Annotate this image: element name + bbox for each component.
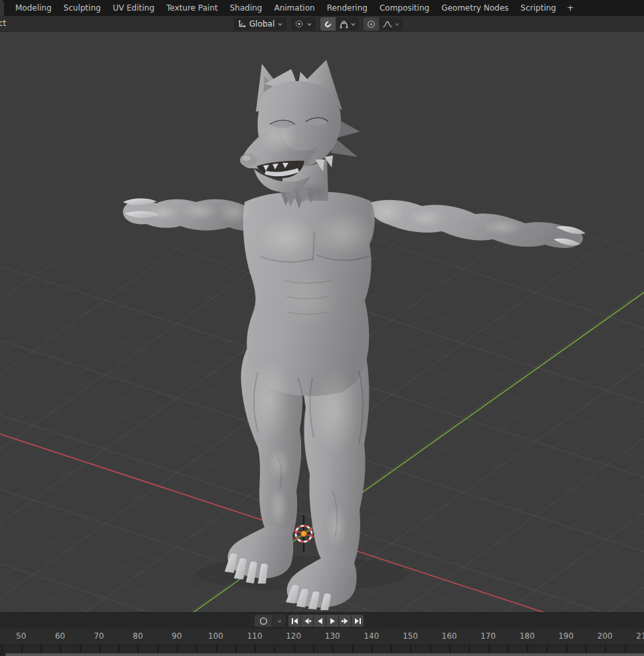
frame-tick [430, 645, 431, 653]
timeline-editor: 5060708090100110120130140150160170180190… [0, 612, 644, 656]
blender-window: { "topbar": { "tabs": ["Modeling", "Scul… [0, 0, 644, 656]
anthro-wolf-character-mesh[interactable] [123, 60, 586, 610]
frame-tick [625, 645, 626, 653]
frame-tick [605, 645, 606, 653]
autokey-settings-dropdown[interactable] [272, 615, 286, 627]
play-icon [328, 617, 337, 625]
workspace-tab-sculpting[interactable]: Sculpting [58, 0, 107, 16]
workspace-tab-modeling[interactable]: Modeling [9, 0, 58, 16]
timeline-ruler[interactable]: 5060708090100110120130140150160170180190… [0, 629, 644, 645]
frame-tick [158, 645, 159, 653]
jump-to-start-button[interactable] [288, 615, 300, 627]
frame-label: 100 [208, 631, 223, 641]
frame-tick [352, 645, 354, 653]
3d-viewport[interactable] [0, 32, 644, 612]
frame-tick [391, 645, 392, 653]
playback-controls [255, 615, 364, 627]
snap-controls [320, 17, 359, 31]
select-menu-clipped[interactable]: ct [0, 16, 6, 31]
frame-label: 90 [171, 631, 181, 641]
frame-tick [255, 645, 256, 653]
chevron-down-icon [306, 21, 312, 27]
frame-tick [469, 645, 470, 653]
transform-orientation-icon [237, 19, 247, 29]
pivot-point-dropdown[interactable] [291, 17, 316, 31]
workspace-tab-texture-paint[interactable]: Texture Paint [160, 0, 223, 16]
proportional-falloff-dropdown[interactable] [379, 17, 403, 31]
play-reverse-icon [316, 617, 324, 625]
frame-tick [138, 645, 139, 653]
frame-tick [41, 645, 42, 653]
proportional-edit-controls [364, 17, 403, 31]
falloff-curve-icon [382, 19, 393, 29]
frame-label: 150 [403, 631, 418, 641]
frame-tick [508, 645, 509, 653]
timeline-tick-strip[interactable] [0, 645, 644, 653]
workspace-tab-scripting[interactable]: Scripting [514, 0, 562, 16]
workspace-tab-uv-editing[interactable]: UV Editing [107, 0, 161, 16]
frame-tick [177, 645, 178, 653]
frame-label: 120 [286, 631, 301, 641]
auto-keyframe-toggle[interactable] [255, 615, 272, 627]
transport-buttons [288, 615, 364, 627]
frame-label: 110 [247, 631, 263, 641]
frame-tick [586, 645, 587, 653]
jump-to-start-icon [290, 617, 299, 625]
object-origin-dot[interactable] [301, 531, 306, 536]
frame-label: 160 [442, 631, 457, 641]
jump-to-end-button[interactable] [352, 615, 364, 627]
proportional-editing-icon [366, 19, 376, 29]
frame-label: 190 [558, 631, 574, 641]
frame-tick [566, 645, 568, 653]
workspace-tab-bar: ModelingSculptingUV EditingTexture Paint… [0, 0, 644, 16]
play-button[interactable] [326, 615, 338, 627]
frame-label: 130 [325, 631, 340, 641]
add-workspace-button[interactable]: + [562, 0, 579, 16]
frame-tick [21, 645, 23, 653]
proportional-editing-toggle[interactable] [364, 17, 379, 31]
frame-tick [527, 645, 528, 653]
workspace-tabs: ModelingSculptingUV EditingTexture Paint… [9, 0, 562, 16]
viewport-canvas[interactable] [0, 32, 644, 612]
snap-target-icon [339, 19, 349, 29]
active-workspace-tab-edge[interactable] [0, 0, 4, 16]
frame-tick [99, 645, 100, 653]
frame-tick [372, 645, 373, 653]
frame-tick [235, 645, 237, 653]
workspace-tab-rendering[interactable]: Rendering [321, 0, 374, 16]
frame-tick [546, 645, 548, 653]
snap-settings-dropdown[interactable] [336, 17, 359, 31]
autokey-group [255, 615, 286, 627]
frame-label: 70 [94, 631, 104, 641]
3d-cursor[interactable] [293, 515, 314, 552]
magnet-icon [323, 19, 333, 29]
frame-tick [449, 645, 451, 653]
viewport-header-controls: Global [234, 17, 403, 31]
jump-to-prev-keyframe-button[interactable] [301, 615, 313, 627]
workspace-tab-animation[interactable]: Animation [268, 0, 320, 16]
jump-to-next-keyframe-button[interactable] [339, 615, 351, 627]
play-reverse-button[interactable] [314, 615, 326, 627]
frame-tick [118, 645, 120, 653]
frame-tick [1, 645, 3, 653]
workspace-tab-compositing[interactable]: Compositing [374, 0, 435, 16]
frame-label: 140 [364, 631, 379, 641]
transform-orientation-dropdown[interactable]: Global [234, 17, 286, 31]
jump-to-prev-keyframe-icon [303, 617, 312, 625]
chevron-down-icon [276, 618, 282, 624]
timeline-header [0, 612, 644, 629]
jump-to-end-icon [354, 617, 362, 625]
workspace-tab-geometry-nodes[interactable]: Geometry Nodes [435, 0, 514, 16]
frame-tick [216, 645, 217, 653]
frame-label: 180 [520, 631, 535, 641]
workspace-tab-shading[interactable]: Shading [224, 0, 268, 16]
frame-label: 60 [55, 631, 65, 641]
jump-to-next-keyframe-icon [341, 617, 350, 625]
frame-label: 50 [16, 631, 26, 641]
frame-label: 170 [481, 631, 496, 641]
frame-label: 80 [133, 631, 143, 641]
timeline-horizontal-scrollbar[interactable] [5, 653, 644, 656]
frame-tick [294, 645, 295, 653]
snap-toggle-button[interactable] [320, 17, 336, 31]
chevron-down-icon [277, 21, 283, 27]
